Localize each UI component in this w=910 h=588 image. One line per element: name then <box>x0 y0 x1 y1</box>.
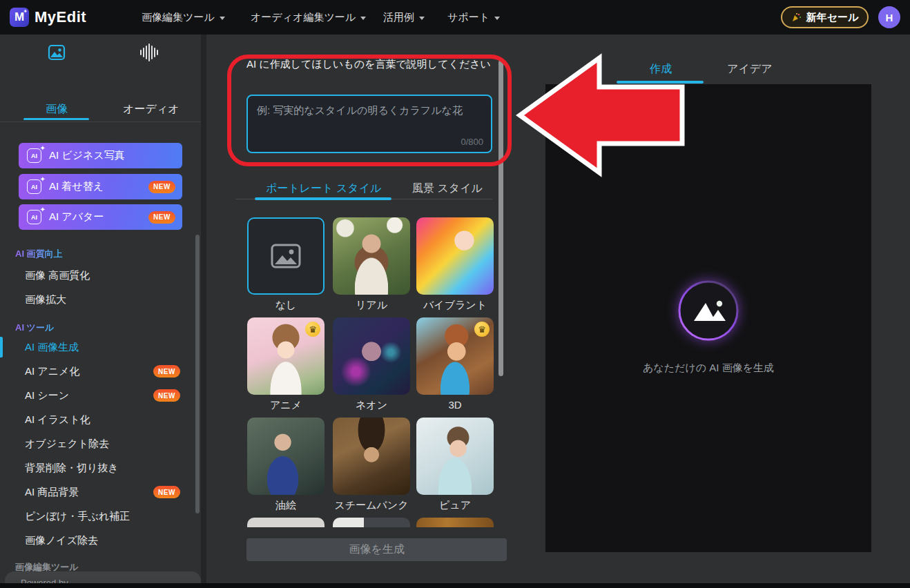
char-counter: 0/800 <box>414 137 483 147</box>
nav-label: オーディオ編集ツール <box>251 11 356 24</box>
style-tile-pure[interactable] <box>416 418 494 495</box>
promo-ai-outfit-change[interactable]: AI✦ AI 着せ替え NEW <box>19 174 182 199</box>
sidebar-item-background-removal[interactable]: 背景削除・切り抜き <box>25 462 119 475</box>
tab-ideas[interactable]: アイデア <box>727 62 773 77</box>
new-badge: NEW <box>148 181 175 193</box>
promo-label: AI ビジネス写真 <box>49 149 125 162</box>
sidebar-item-ai-scene[interactable]: AI シーン <box>25 389 69 402</box>
style-label: 3D <box>416 399 494 411</box>
style-label: なし <box>247 299 325 312</box>
style-tile-anime[interactable]: ♛ <box>247 317 325 395</box>
party-popper-icon <box>791 12 802 23</box>
brand-title[interactable]: MyEdit <box>35 8 86 26</box>
style-tile-vibrant[interactable] <box>416 217 494 295</box>
logo-sparkle-icon: ✦ <box>23 8 28 14</box>
sidebar-item-denoise[interactable]: 画像ノイズ除去 <box>25 534 98 547</box>
style-tile-steampunk[interactable] <box>333 418 410 495</box>
sidebar-tab-image[interactable]: 画像 <box>46 102 68 117</box>
composer-scrollbar[interactable] <box>498 60 503 376</box>
image-placeholder-icon <box>270 242 302 270</box>
style-label: スチームパンク <box>333 499 410 512</box>
nav-label: 画像編集ツール <box>142 11 215 24</box>
style-tile-partial[interactable] <box>416 518 494 527</box>
section-title-ai-quality: AI 画質向上 <box>15 248 63 260</box>
active-item-indicator <box>0 337 3 357</box>
promo-label: AI アバター <box>49 210 104 224</box>
sale-label: 新年セール <box>806 11 859 24</box>
image-tab-icon <box>48 43 66 61</box>
nav-label: 活用例 <box>383 11 414 24</box>
nav-support[interactable]: サポート <box>447 11 500 24</box>
new-year-sale-button[interactable]: 新年セール <box>781 6 869 28</box>
ai-sparkle-icon: AI✦ <box>27 179 41 194</box>
active-preview-tab-underline <box>617 81 704 84</box>
myedit-logo-icon[interactable]: M ✦ <box>10 8 29 27</box>
promo-label: AI 着せ替え <box>49 180 104 193</box>
chevron-down-icon <box>220 17 225 20</box>
empty-state-ring <box>670 273 746 351</box>
style-tile-none[interactable] <box>247 217 325 295</box>
promo-ai-business-photo[interactable]: AI✦ AI ビジネス写真 <box>19 143 182 168</box>
style-label: リアル <box>333 299 410 312</box>
ai-sparkle-icon: AI✦ <box>27 148 41 163</box>
nav-label: サポート <box>447 11 490 24</box>
style-label: ピュア <box>416 499 494 512</box>
sidebar-scrollbar[interactable] <box>195 235 200 513</box>
tab-landscape-style[interactable]: 風景 スタイル <box>412 182 483 196</box>
audio-tab-icon <box>140 43 158 61</box>
user-avatar[interactable]: H <box>878 6 900 28</box>
section-title-ai-tools: AI ツール <box>15 322 54 334</box>
style-label: 油絵 <box>247 499 325 512</box>
style-tile-neon[interactable] <box>333 317 410 395</box>
tab-create[interactable]: 作成 <box>650 62 672 77</box>
style-tile-partial[interactable] <box>247 518 325 527</box>
style-label: ネオン <box>333 399 410 412</box>
premium-crown-icon: ♛ <box>305 322 320 337</box>
divider <box>0 121 201 122</box>
sidebar-tab-audio[interactable]: オーディオ <box>123 102 180 117</box>
sidebar-item-image-enhance[interactable]: 画像 高画質化 <box>25 269 90 282</box>
new-badge: NEW <box>153 389 180 402</box>
style-tile-oil-painting[interactable] <box>247 418 325 495</box>
empty-state-message: あなただけの AI 画像を生成 <box>619 362 798 375</box>
nav-image-editing-tools[interactable]: 画像編集ツール <box>142 11 225 24</box>
sidebar-item-ai-anime[interactable]: AI アニメ化 <box>25 365 79 378</box>
new-badge: NEW <box>153 486 180 498</box>
panel-seam <box>201 35 206 583</box>
nav-audio-editing-tools[interactable]: オーディオ編集ツール <box>251 11 366 24</box>
style-tile-partial[interactable] <box>333 518 410 527</box>
premium-crown-icon: ♛ <box>474 322 490 337</box>
new-badge: NEW <box>148 211 175 224</box>
page-bottom-strip <box>0 583 910 588</box>
promo-ai-avatar[interactable]: AI✦ AI アバター NEW <box>19 204 182 230</box>
chevron-down-icon <box>360 17 366 20</box>
sidebar-item-object-removal[interactable]: オブジェクト除去 <box>25 438 109 451</box>
style-tile-3d[interactable]: ♛ <box>416 317 494 395</box>
sidebar-item-ai-product-background[interactable]: AI 商品背景 <box>25 486 79 499</box>
sidebar: 画像 オーディオ AI✦ AI ビジネス写真 AI✦ AI 着せ替え NEW A… <box>0 35 201 583</box>
style-tile-realistic[interactable] <box>333 217 410 295</box>
new-badge: NEW <box>153 365 180 378</box>
prompt-label: AI に作成してほしいものを言葉で説明してください <box>246 57 496 72</box>
tab-portrait-style[interactable]: ポートレート スタイル <box>266 182 381 196</box>
sidebar-item-ai-image-generation[interactable]: AI 画像生成 <box>25 341 79 354</box>
style-label: アニメ <box>247 399 325 412</box>
generate-image-button[interactable]: 画像を生成 <box>246 538 507 561</box>
top-navbar: M ✦ MyEdit 画像編集ツール オーディオ編集ツール 活用例 サポート <box>0 0 910 35</box>
chevron-down-icon <box>494 17 500 20</box>
chevron-down-icon <box>419 17 425 20</box>
active-tab-underline <box>23 118 89 120</box>
sidebar-item-ai-illustration[interactable]: AI イラスト化 <box>25 413 90 427</box>
ai-sparkle-icon: AI✦ <box>27 210 41 224</box>
nav-use-cases[interactable]: 活用例 <box>383 11 425 24</box>
active-style-tab-underline <box>255 197 391 200</box>
sidebar-item-deblur[interactable]: ピンぼけ・手ぶれ補正 <box>25 510 130 523</box>
myedit-app: M ✦ MyEdit 画像編集ツール オーディオ編集ツール 活用例 サポート <box>0 0 910 588</box>
style-label: バイブラント <box>416 299 494 312</box>
sidebar-item-image-upscale[interactable]: 画像拡大 <box>25 293 66 306</box>
